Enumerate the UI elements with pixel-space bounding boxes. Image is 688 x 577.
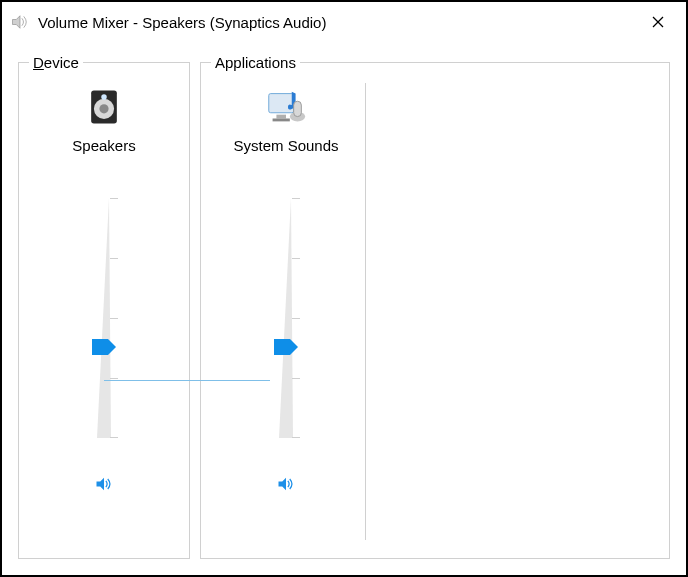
app-mute-button[interactable] [270,468,302,500]
content-area: Device Speakers [18,54,670,559]
svg-marker-14 [274,339,298,355]
app-volume-slider[interactable] [268,198,304,438]
svg-rect-13 [294,101,302,116]
window-title: Volume Mixer - Speakers (Synaptics Audio… [38,14,638,31]
applications-group: Applications System Sounds [200,54,670,559]
svg-point-6 [101,94,107,100]
app-column: System Sounds [211,83,361,540]
svg-point-5 [99,104,108,113]
svg-marker-7 [92,339,116,355]
column-divider [365,83,366,540]
device-legend: Device [29,54,83,71]
device-column: Speakers [29,83,179,540]
svg-marker-8 [97,478,105,491]
speakers-icon[interactable] [80,83,128,131]
device-mute-button[interactable] [88,468,120,500]
svg-rect-11 [273,119,290,122]
device-label: Speakers [72,137,135,154]
slider-thumb-icon [274,339,298,355]
volume-link-line [104,380,270,381]
device-volume-slider[interactable] [86,198,122,438]
svg-rect-10 [276,115,286,119]
volume-mixer-window: Volume Mixer - Speakers (Synaptics Audio… [0,0,688,577]
svg-marker-0 [13,16,21,29]
system-sounds-icon[interactable] [262,83,310,131]
app-icon [10,12,30,32]
close-button[interactable] [638,7,678,37]
sound-on-icon [94,470,114,498]
slider-thumb-icon [92,339,116,355]
titlebar: Volume Mixer - Speakers (Synaptics Audio… [2,2,686,42]
app-label: System Sounds [233,137,338,154]
svg-rect-9 [269,94,294,113]
sound-on-icon [276,470,296,498]
device-group: Device Speakers [18,54,190,559]
applications-legend: Applications [211,54,300,71]
svg-marker-15 [279,478,287,491]
close-icon [652,16,664,28]
